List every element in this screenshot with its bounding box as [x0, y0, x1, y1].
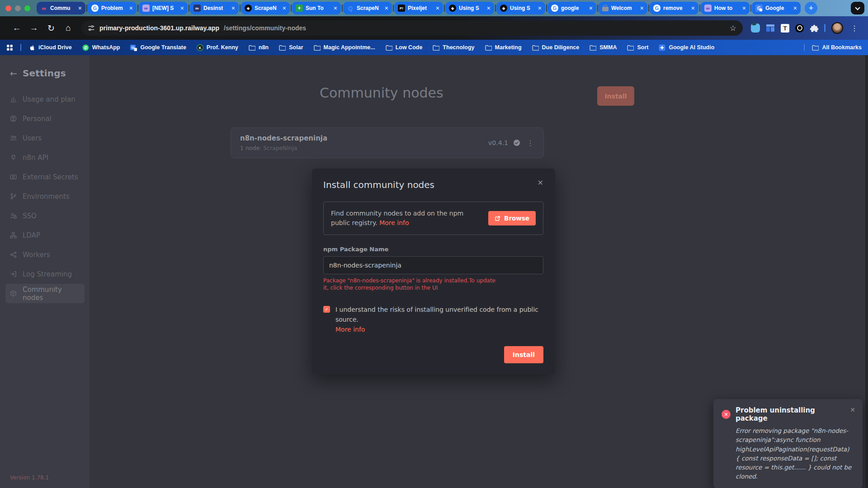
bookmark-item[interactable]: Marketing	[485, 44, 522, 51]
browser-tab[interactable]: remove ×	[650, 2, 698, 14]
bookmark-label: Marketing	[495, 44, 522, 51]
tab-close-icon[interactable]: ×	[129, 5, 133, 11]
close-window-button[interactable]	[5, 5, 11, 11]
bookmark-item[interactable]: Magic Appointme...	[314, 44, 375, 51]
npm-package-name-input[interactable]	[323, 256, 543, 274]
all-bookmarks-button[interactable]: All Bookmarks	[812, 44, 862, 51]
tab-close-icon[interactable]: ×	[231, 5, 235, 11]
browser-tab[interactable]: Desinst ×	[190, 2, 239, 14]
browser-tab[interactable]: [NEW] S ×	[139, 2, 188, 14]
tab-close-icon[interactable]: ×	[436, 5, 439, 11]
sidebar-item[interactable]: Users	[5, 128, 85, 148]
tab-favicon-icon	[755, 5, 763, 12]
info-more-info-link[interactable]: More info	[379, 219, 409, 226]
toast-close-icon[interactable]: ✕	[850, 406, 855, 413]
package-menu-icon[interactable]: ⋮	[525, 139, 535, 147]
tab-close-icon[interactable]: ×	[78, 5, 82, 11]
sidebar-item[interactable]: Environments	[5, 187, 85, 206]
sidebar-item-label: Environments	[23, 192, 70, 201]
sidebar-item-label: LDAP	[23, 231, 40, 239]
address-bar[interactable]: primary-production-3601.up.railway.app /…	[81, 20, 743, 36]
tab-title: remove	[663, 5, 689, 11]
forward-button[interactable]: →	[25, 23, 42, 33]
page-scrollbar[interactable]	[865, 55, 868, 488]
extensions-puzzle-icon[interactable]	[810, 24, 818, 33]
sidebar-item[interactable]: Personal	[5, 109, 85, 128]
browser-toolbar: ← → ↻ ⌂ primary-production-3601.up.railw…	[0, 16, 868, 40]
bookmark-item[interactable]: n8n	[249, 44, 269, 51]
toby-extension-icon[interactable]	[766, 23, 775, 33]
browser-tab[interactable]: How to ×	[701, 2, 750, 14]
tab-close-icon[interactable]: ×	[487, 5, 491, 11]
sidebar-item[interactable]: External Secrets	[5, 167, 85, 187]
bookmark-item[interactable]: G Google Translate	[130, 44, 186, 51]
circle-extension-icon[interactable]	[795, 24, 804, 33]
tab-close-icon[interactable]: ×	[793, 5, 797, 11]
bookmark-item[interactable]: Due Diligence	[532, 44, 580, 51]
browser-tab[interactable]: ScrapeN ×	[241, 2, 290, 14]
home-button[interactable]: ⌂	[60, 23, 77, 33]
tab-close-icon[interactable]: ×	[538, 5, 542, 11]
tab-favicon-icon	[500, 5, 507, 12]
browser-tab[interactable]: google ×	[547, 2, 596, 14]
browse-button[interactable]: Browse	[488, 211, 536, 225]
sidebar-item[interactable]: Workers	[5, 245, 85, 264]
tab-close-icon[interactable]: ×	[640, 5, 644, 11]
tab-close-icon[interactable]: ×	[385, 5, 388, 11]
browser-tab[interactable]: Commu ×	[37, 2, 85, 14]
bookmark-star-icon[interactable]: ☆	[730, 23, 736, 33]
tab-favicon-icon	[40, 5, 47, 12]
modal-close-icon[interactable]: ✕	[538, 179, 543, 187]
browser-tab[interactable]: Problem ×	[88, 2, 137, 14]
browser-tab[interactable]: Pixeljet ×	[394, 2, 443, 14]
browser-tab[interactable]: Sun To ×	[292, 2, 341, 14]
bookmark-item[interactable]: SMMA	[590, 44, 617, 51]
docs-extension-icon[interactable]: T	[781, 24, 789, 33]
modal-install-button[interactable]: Install	[504, 346, 543, 363]
back-arrow-icon[interactable]: ←	[10, 68, 17, 78]
sidebar-item[interactable]: LDAP	[5, 225, 85, 245]
sidebar-item[interactable]: Log Streaming	[5, 264, 85, 284]
bookmark-item[interactable]: Solar	[279, 44, 303, 51]
risk-more-info-link[interactable]: More info	[335, 326, 365, 333]
tab-close-icon[interactable]: ×	[283, 5, 286, 11]
browser-tab[interactable]: Google ×	[752, 2, 801, 14]
back-button[interactable]: ←	[8, 23, 25, 33]
toast-message: Error removing package "n8n-nodes-scrape…	[736, 426, 855, 481]
risk-checkbox[interactable]: ✓	[323, 306, 330, 313]
bookmark-item[interactable]: Low Code	[386, 44, 423, 51]
bookmark-item[interactable]: ✆ WhatsApp	[82, 44, 120, 51]
bookmark-item[interactable]: iCloud Drive	[28, 44, 72, 51]
bookmark-item[interactable]: Google AI Studio	[659, 44, 714, 51]
bookmark-item[interactable]: Thecnology	[433, 44, 474, 51]
site-settings-icon[interactable]	[88, 24, 95, 32]
apps-grid-icon[interactable]	[6, 44, 13, 51]
extension-icon[interactable]	[751, 23, 760, 33]
tab-close-icon[interactable]: ×	[691, 5, 695, 11]
reload-button[interactable]: ↻	[42, 23, 60, 33]
tab-close-icon[interactable]: ×	[334, 5, 337, 11]
browser-tab[interactable]: ScrapeN ×	[343, 2, 392, 14]
browser-menu-icon[interactable]: ⋮	[849, 24, 860, 33]
browser-tab[interactable]: Welcom ×	[599, 2, 647, 14]
sidebar-item-icon	[10, 271, 17, 277]
sidebar-item[interactable]: Usage and plan	[5, 89, 85, 109]
profile-avatar[interactable]	[831, 22, 843, 34]
sidebar-item[interactable]: Community nodes	[5, 284, 85, 303]
install-button-top[interactable]: Install	[597, 86, 634, 106]
new-tab-button[interactable]: +	[805, 2, 817, 14]
browser-tab[interactable]: Using S ×	[496, 2, 545, 14]
tab-close-icon[interactable]: ×	[589, 5, 593, 11]
sidebar-item[interactable]: SSO	[5, 206, 85, 225]
tab-close-icon[interactable]: ×	[180, 5, 184, 11]
browser-tab[interactable]: Using S ×	[445, 2, 494, 14]
tab-close-icon[interactable]: ×	[742, 5, 746, 11]
tab-search-button[interactable]	[851, 2, 864, 14]
bookmark-item[interactable]: K Prof. Kenny	[197, 44, 238, 51]
minimize-window-button[interactable]	[15, 5, 21, 11]
fullscreen-window-button[interactable]	[24, 5, 30, 11]
sidebar-item-label: Personal	[23, 115, 52, 123]
sidebar-item[interactable]: n8n API	[5, 148, 85, 167]
settings-title: Settings	[23, 68, 66, 79]
bookmark-item[interactable]: Sort	[627, 44, 648, 51]
